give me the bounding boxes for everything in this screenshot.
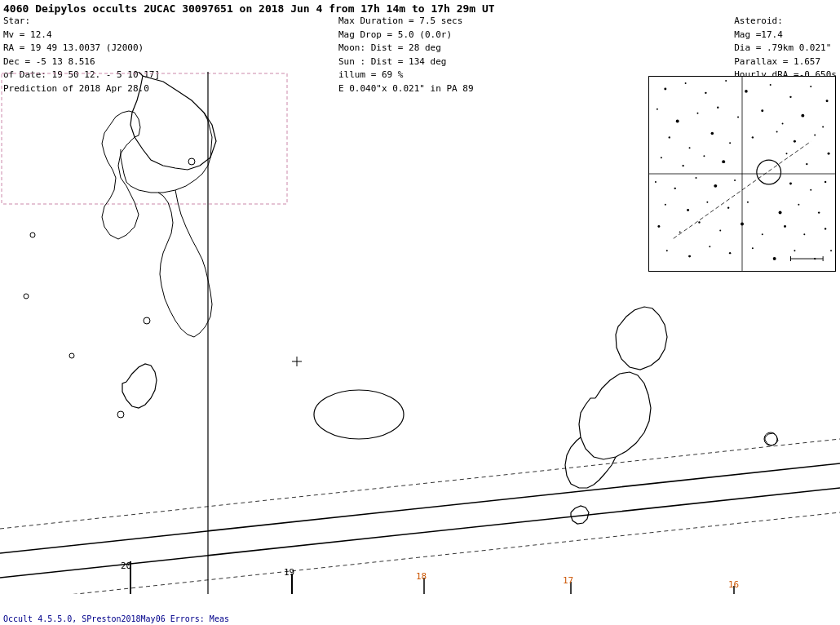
svg-point-88: [752, 247, 754, 249]
svg-point-46: [711, 132, 714, 135]
svg-point-41: [782, 123, 784, 125]
timeline-label-20: 20: [121, 561, 131, 571]
svg-point-51: [814, 134, 816, 135]
svg-point-84: [666, 250, 668, 251]
svg-point-66: [825, 181, 826, 183]
svg-point-39: [737, 117, 739, 118]
svg-point-69: [706, 202, 708, 203]
timeline-label-16: 16: [728, 579, 739, 590]
svg-point-40: [761, 109, 763, 112]
svg-point-80: [762, 233, 763, 235]
svg-point-8: [188, 158, 195, 165]
svg-point-6: [117, 411, 124, 418]
svg-point-90: [794, 250, 795, 251]
svg-point-38: [717, 107, 718, 109]
svg-point-37: [696, 113, 698, 114]
svg-point-72: [779, 211, 782, 215]
svg-point-28: [705, 92, 706, 94]
svg-point-85: [688, 255, 691, 258]
svg-point-60: [674, 188, 676, 189]
svg-point-56: [786, 153, 788, 154]
main-container: 4060 Deipylos occults 2UCAC 30097651 on …: [0, 0, 840, 625]
svg-point-63: [734, 180, 736, 181]
mag-drop-label: Mag Drop =: [338, 29, 398, 40]
svg-point-9: [30, 233, 35, 237]
svg-point-42: [801, 114, 804, 117]
sun-dist: Sun : Dist = 134 deg: [338, 55, 474, 69]
svg-point-70: [727, 206, 729, 208]
svg-point-92: [830, 250, 832, 251]
svg-point-74: [818, 211, 820, 213]
svg-point-64: [789, 182, 792, 184]
svg-point-58: [828, 153, 830, 155]
svg-point-78: [719, 229, 721, 231]
timeline-label-17: 17: [563, 575, 573, 586]
starfield-svg: [649, 77, 835, 271]
svg-point-83: [825, 228, 826, 229]
svg-point-44: [669, 136, 670, 138]
svg-point-71: [747, 202, 749, 203]
svg-point-10: [24, 294, 29, 299]
svg-point-48: [752, 136, 754, 138]
map-area: 20 19 18 17 16: [0, 72, 840, 594]
svg-point-29: [725, 80, 727, 82]
svg-point-43: [822, 126, 824, 128]
svg-point-47: [729, 142, 731, 144]
svg-point-57: [806, 163, 807, 165]
svg-point-67: [665, 204, 666, 206]
svg-point-55: [722, 160, 725, 163]
svg-point-49: [776, 131, 778, 132]
svg-point-7: [144, 317, 150, 324]
svg-point-54: [703, 155, 705, 157]
svg-point-31: [770, 84, 771, 86]
svg-point-14: [314, 390, 404, 439]
svg-point-50: [794, 140, 796, 143]
svg-point-11: [69, 353, 74, 358]
asteroid-label: Asteroid:: [734, 15, 837, 29]
sun-val: 134 deg: [409, 56, 446, 67]
dec: Dec = -5 13 8.516: [3, 55, 160, 69]
moon-val: 28 deg: [409, 42, 441, 53]
timeline-label-18: 18: [416, 571, 427, 582]
mag-drop-val: 5.0 (0.0r): [398, 29, 452, 40]
svg-line-4: [0, 512, 840, 594]
svg-point-76: [679, 231, 681, 233]
timeline-label-19: 19: [284, 567, 294, 578]
asteroid-dia: Dia = .79km 0.021": [734, 42, 837, 55]
max-duration-label: Max Duration =: [338, 16, 419, 26]
svg-point-62: [714, 184, 717, 188]
svg-point-81: [784, 225, 786, 228]
footer: Occult 4.5.5.0, SPreston2018May06 Errors…: [3, 614, 229, 623]
svg-point-30: [745, 90, 748, 93]
svg-point-34: [826, 100, 829, 102]
svg-point-61: [696, 177, 697, 179]
svg-point-32: [789, 96, 791, 98]
svg-point-87: [729, 252, 731, 254]
svg-point-65: [810, 189, 811, 191]
svg-point-82: [803, 233, 805, 235]
mv: Mv = 12.4: [3, 29, 160, 42]
star-label: Star:: [3, 15, 160, 29]
svg-point-73: [798, 204, 799, 206]
svg-line-3: [0, 439, 840, 529]
svg-point-68: [687, 209, 689, 211]
mag-drop: Mag Drop = 5.0 (0.0r): [338, 29, 474, 42]
moon-dist: Moon: Dist = 28 deg: [338, 42, 474, 55]
svg-point-75: [657, 225, 660, 228]
svg-line-1: [0, 463, 840, 553]
svg-point-35: [657, 109, 658, 110]
svg-point-86: [709, 246, 710, 247]
ra: RA = 19 49 13.0037 (J2000): [3, 42, 160, 55]
sun-label: Sun : Dist =: [338, 56, 409, 67]
parallax: Parallax = 1.657: [734, 55, 837, 69]
svg-point-77: [698, 221, 700, 223]
svg-point-59: [655, 181, 657, 183]
svg-point-53: [682, 165, 683, 166]
svg-point-36: [676, 120, 679, 123]
svg-point-52: [661, 157, 662, 158]
svg-point-27: [685, 82, 687, 84]
starfield-box: [648, 76, 836, 272]
svg-point-45: [689, 147, 691, 148]
svg-rect-0: [2, 73, 287, 204]
moon-label: Moon: Dist =: [338, 42, 409, 53]
